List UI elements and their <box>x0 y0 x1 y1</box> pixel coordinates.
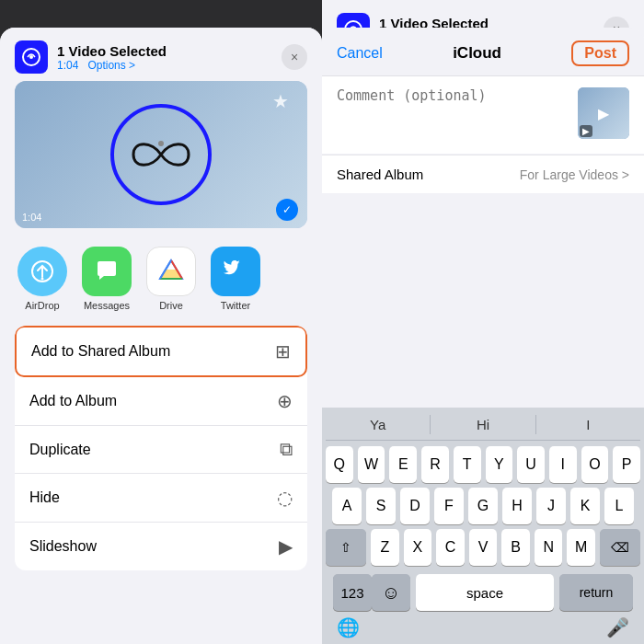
add-shared-album-item[interactable]: Add to Shared Album ⊞ <box>15 326 307 377</box>
key-q[interactable]: Q <box>326 446 353 483</box>
twitter-icon <box>211 247 260 296</box>
key-z[interactable]: Z <box>371 529 399 566</box>
key-w[interactable]: W <box>358 446 385 483</box>
drive-label: Drive <box>159 300 183 311</box>
hide-icon: ◌ <box>277 487 293 509</box>
predictive-row: Ya Hi I <box>326 413 640 441</box>
video-circle <box>110 104 212 205</box>
add-album-item[interactable]: Add to Album ⊕ <box>15 377 307 426</box>
icloud-cancel-button[interactable]: Cancel <box>337 45 383 62</box>
add-album-label: Add to Album <box>29 393 117 409</box>
share-drive[interactable]: Drive <box>144 247 199 311</box>
duplicate-item[interactable]: Duplicate ⧉ <box>15 426 307 474</box>
hide-item[interactable]: Hide ◌ <box>15 474 307 523</box>
keyboard-bottom-row: 123 ☺ space return <box>326 570 640 613</box>
album-label: Shared Album <box>337 167 423 182</box>
app-icon <box>15 40 48 74</box>
key-e[interactable]: E <box>389 446 417 483</box>
svg-point-4 <box>41 278 44 281</box>
close-button[interactable]: × <box>282 44 307 70</box>
key-a[interactable]: A <box>332 488 362 524</box>
messages-icon <box>82 247 132 296</box>
shift-key[interactable]: ⇧ <box>326 529 366 566</box>
predictive-hi[interactable]: Hi <box>431 415 535 434</box>
globe-icon[interactable]: 🌐 <box>337 616 360 638</box>
thumb-video-badge: ▶ <box>580 125 592 137</box>
icloud-title: iCloud <box>383 44 572 63</box>
key-g[interactable]: G <box>468 488 498 524</box>
sheet-header: 1 Video Selected 1:04 Options > × <box>0 28 322 81</box>
twitter-label: Twitter <box>221 300 250 311</box>
video-inner: ★ ✓ 1:04 <box>15 81 307 228</box>
key-l[interactable]: L <box>604 488 634 524</box>
key-d[interactable]: D <box>400 488 430 524</box>
svg-point-1 <box>29 55 33 59</box>
slideshow-item[interactable]: Slideshow ▶ <box>15 523 307 570</box>
right-panel: 1 Video Selected 1:04 Options > × ✓ 1:04… <box>322 0 644 644</box>
comment-input[interactable] <box>337 87 567 143</box>
video-preview: ★ ✓ 1:04 <box>15 81 307 228</box>
video-timestamp: 1:04 <box>22 212 41 223</box>
key-v[interactable]: V <box>469 529 498 566</box>
header-text: 1 Video Selected 1:04 Options > <box>57 43 282 72</box>
mic-icon[interactable]: 🎤 <box>606 616 629 638</box>
left-panel: 1 Video Selected 1:04 Options > × <box>0 0 322 644</box>
key-u[interactable]: U <box>517 446 545 483</box>
duplicate-label: Duplicate <box>29 442 91 458</box>
key-c[interactable]: C <box>436 529 465 566</box>
airdrop-icon <box>17 247 67 296</box>
key-row-1: Q W E R T Y U I O P <box>326 446 640 483</box>
key-b[interactable]: B <box>501 529 530 566</box>
drive-icon <box>146 247 196 296</box>
share-sheet: 1 Video Selected 1:04 Options > × <box>0 28 322 644</box>
key-row-3: ⇧ Z X C V B N M ⌫ <box>326 529 640 566</box>
share-messages[interactable]: Messages <box>79 247 134 311</box>
share-twitter[interactable]: Twitter <box>208 247 263 311</box>
key-o[interactable]: O <box>581 446 609 483</box>
share-apps-row: AirDrop Messages <box>0 239 322 322</box>
add-shared-album-label: Add to Shared Album <box>31 343 170 360</box>
svg-point-2 <box>158 141 164 146</box>
emoji-key[interactable]: ☺ <box>372 574 410 611</box>
add-album-icon: ⊕ <box>277 390 293 412</box>
share-airdrop[interactable]: AirDrop <box>15 247 70 311</box>
space-key[interactable]: space <box>416 574 554 611</box>
slideshow-icon: ▶ <box>279 535 293 558</box>
video-check: ✓ <box>276 199 298 221</box>
sheet-subtitle: 1:04 Options > <box>57 59 282 72</box>
keyboard: Ya Hi I Q W E R T Y U I O P A S D <box>322 408 644 644</box>
key-row-2: A S D F G H J K L <box>326 488 640 524</box>
key-k[interactable]: K <box>570 488 600 524</box>
key-h[interactable]: H <box>502 488 532 524</box>
duplicate-icon: ⧉ <box>280 439 293 460</box>
icloud-post-button[interactable]: Post <box>571 40 629 66</box>
num-key[interactable]: 123 <box>333 574 372 611</box>
messages-label: Messages <box>84 300 130 311</box>
action-list: Add to Shared Album ⊞ Add to Album ⊕ Dup… <box>15 326 307 570</box>
key-s[interactable]: S <box>366 488 396 524</box>
key-p[interactable]: P <box>613 446 640 483</box>
video-thumbnail: ▶ ▶ <box>578 87 629 139</box>
key-f[interactable]: F <box>434 488 464 524</box>
icloud-content: ▶ ▶ <box>322 76 644 154</box>
hide-label: Hide <box>29 489 60 506</box>
icloud-overlay: Cancel iCloud Post ▶ ▶ Shared Album For … <box>322 28 644 644</box>
slideshow-label: Slideshow <box>29 538 97 555</box>
predictive-ya[interactable]: Ya <box>326 415 431 434</box>
sheet-title: 1 Video Selected <box>57 43 282 59</box>
album-value: For Large Videos > <box>520 167 629 182</box>
key-n[interactable]: N <box>535 529 563 566</box>
predictive-i[interactable]: I <box>536 415 640 434</box>
key-m[interactable]: M <box>567 529 595 566</box>
icloud-album-row[interactable]: Shared Album For Large Videos > <box>322 155 644 193</box>
return-key[interactable]: return <box>559 574 633 611</box>
key-x[interactable]: X <box>404 529 432 566</box>
key-t[interactable]: T <box>454 446 481 483</box>
airdrop-label: AirDrop <box>25 300 59 311</box>
key-i[interactable]: I <box>549 446 577 483</box>
shared-album-icon: ⊞ <box>275 340 291 362</box>
key-j[interactable]: J <box>536 488 566 524</box>
delete-key[interactable]: ⌫ <box>600 529 640 566</box>
key-y[interactable]: Y <box>486 446 513 483</box>
key-r[interactable]: R <box>421 446 449 483</box>
